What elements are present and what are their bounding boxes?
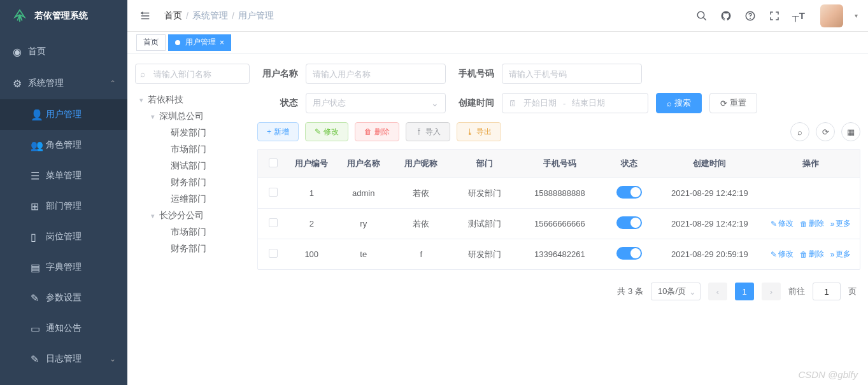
- status-select[interactable]: 用户状态: [306, 93, 446, 113]
- tree-node[interactable]: 市场部门: [158, 141, 250, 158]
- sidebar-item-post-mgmt[interactable]: ▯岗位管理: [0, 221, 127, 252]
- sidebar-item-dict-mgmt[interactable]: ▤字典管理: [0, 252, 127, 283]
- row-checkbox[interactable]: [269, 188, 278, 197]
- status-switch[interactable]: [616, 186, 642, 199]
- sidebar-item-notice-mgmt[interactable]: ▭通知公告: [0, 313, 127, 344]
- toggle-search-button[interactable]: ⌕: [790, 122, 809, 141]
- users-icon: 👥: [31, 139, 46, 151]
- sidebar: 若依管理系统 ◉首页 ⚙系统管理⌃ 👤用户管理 👥角色管理 ☰菜单管理 ⊞部门管…: [0, 0, 127, 385]
- delete-button[interactable]: 🗑删除: [355, 122, 399, 141]
- row-delete-button[interactable]: 🗑删除: [800, 249, 824, 260]
- export-button[interactable]: ⭳导出: [457, 122, 501, 141]
- tree-node[interactable]: 财务部门: [158, 174, 250, 191]
- caret-down-icon[interactable]: ▾: [855, 12, 858, 19]
- help-icon[interactable]: [744, 10, 757, 22]
- checkbox-all[interactable]: [269, 158, 278, 167]
- plus-icon: +: [267, 127, 271, 136]
- sidebar-item-log-mgmt[interactable]: ✎日志管理⌄: [0, 344, 127, 374]
- trash-icon: 🗑: [800, 250, 808, 259]
- search-icon[interactable]: [695, 10, 708, 22]
- sidebar-item-role-mgmt[interactable]: 👥角色管理: [0, 130, 127, 160]
- row-more-button[interactable]: »更多: [830, 249, 851, 260]
- tab-home[interactable]: 首页: [136, 34, 166, 51]
- app-title: 若依管理系统: [34, 10, 88, 22]
- avatar[interactable]: [820, 4, 843, 27]
- tree-node[interactable]: 运维部门: [158, 191, 250, 207]
- prev-page-button[interactable]: ‹: [708, 283, 727, 300]
- row-more-button[interactable]: »更多: [830, 218, 851, 229]
- row-checkbox[interactable]: [269, 218, 278, 227]
- dept-tree: ▾若依科技 ▾深圳总公司 研发部门市场部门测试部门财务部门运维部门 ▾长沙分公司…: [135, 92, 250, 257]
- add-button[interactable]: +新增: [257, 122, 299, 141]
- sidebar-item-param-mgmt[interactable]: ✎参数设置: [0, 283, 127, 313]
- chevron-up-icon: ⌃: [110, 79, 116, 88]
- goto-page-input[interactable]: [813, 283, 841, 300]
- edit-button[interactable]: ✎修改: [305, 122, 348, 141]
- columns-button[interactable]: ▦: [841, 122, 860, 141]
- date-range-picker[interactable]: 🗓 开始日期 - 结束日期: [502, 93, 648, 113]
- username-input[interactable]: [306, 64, 446, 84]
- gear-icon: ⚙: [13, 78, 28, 90]
- breadcrumb-item[interactable]: 系统管理: [192, 10, 228, 22]
- sidebar-item-dept-mgmt[interactable]: ⊞部门管理: [0, 191, 127, 221]
- reset-button[interactable]: ⟳重置: [709, 93, 757, 113]
- goto-suffix: 页: [848, 286, 857, 297]
- dashboard-icon: ◉: [13, 46, 28, 58]
- hamburger-button[interactable]: [138, 8, 153, 24]
- page-number[interactable]: 1: [735, 283, 754, 300]
- sidebar-item-home[interactable]: ◉首页: [0, 36, 127, 67]
- tree-node[interactable]: ▾若依科技: [135, 92, 250, 108]
- breadcrumb-item[interactable]: 首页: [164, 10, 182, 22]
- sidebar-item-user-mgmt[interactable]: 👤用户管理: [0, 99, 127, 130]
- th-dept: 部门: [450, 158, 520, 169]
- status-switch[interactable]: [616, 247, 642, 260]
- tree-node[interactable]: 财务部门: [158, 241, 250, 257]
- edit-icon: ✎: [315, 127, 321, 136]
- chevron-left-icon: ‹: [716, 287, 719, 297]
- tree-node[interactable]: ▾长沙分公司: [146, 207, 250, 224]
- table-row: 2ry若依测试部门156666666662021-08-29 12:42:19✎…: [258, 208, 860, 239]
- user-icon: 👤: [31, 109, 46, 121]
- status-switch[interactable]: [616, 216, 642, 229]
- caret-down-icon: ▾: [135, 96, 148, 104]
- refresh-icon: ⟳: [822, 127, 829, 137]
- search-icon: ⌕: [797, 127, 802, 137]
- import-button[interactable]: ⭱导入: [406, 122, 450, 141]
- fontsize-icon[interactable]: ┬T: [792, 10, 805, 22]
- svg-point-0: [697, 11, 704, 18]
- upload-icon: ⭱: [415, 127, 423, 136]
- fullscreen-icon[interactable]: [768, 10, 781, 22]
- tab-user-mgmt[interactable]: 用户管理×: [168, 34, 231, 51]
- th-nick: 用户昵称: [392, 158, 450, 169]
- close-icon[interactable]: ×: [220, 38, 224, 47]
- tree-node[interactable]: 研发部门: [158, 125, 250, 141]
- row-checkbox[interactable]: [269, 249, 278, 258]
- tree-icon: ⊞: [31, 200, 46, 213]
- dept-search-input[interactable]: [135, 64, 250, 84]
- double-chevron-icon: »: [830, 220, 835, 228]
- edit-icon: ✎: [31, 292, 46, 304]
- tree-node[interactable]: 市场部门: [158, 224, 250, 241]
- th-time: 创建时间: [658, 158, 762, 169]
- row-delete-button[interactable]: 🗑删除: [800, 218, 824, 229]
- search-icon: ⌕: [140, 69, 145, 79]
- tree-node[interactable]: ▾深圳总公司: [146, 108, 250, 125]
- sidebar-item-menu-mgmt[interactable]: ☰菜单管理: [0, 160, 127, 191]
- github-icon[interactable]: [720, 10, 732, 22]
- pagesize-select[interactable]: 10条/页: [651, 283, 701, 300]
- refresh-button[interactable]: ⟳: [816, 122, 835, 141]
- goto-prefix: 前往: [788, 286, 805, 297]
- breadcrumb-item[interactable]: 用户管理: [238, 10, 274, 22]
- tree-node[interactable]: 测试部门: [158, 158, 250, 174]
- phone-input[interactable]: [502, 64, 642, 84]
- row-edit-button[interactable]: ✎修改: [771, 249, 793, 260]
- briefcase-icon: ▯: [31, 231, 46, 243]
- trash-icon: 🗑: [364, 127, 372, 136]
- book-icon: ▤: [31, 262, 46, 274]
- search-button[interactable]: ⌕搜索: [656, 93, 702, 113]
- next-page-button[interactable]: ›: [762, 283, 781, 300]
- th-phone: 手机号码: [519, 158, 600, 169]
- row-edit-button[interactable]: ✎修改: [771, 218, 793, 229]
- logo: 若依管理系统: [0, 0, 127, 32]
- sidebar-item-system[interactable]: ⚙系统管理⌃: [0, 67, 127, 99]
